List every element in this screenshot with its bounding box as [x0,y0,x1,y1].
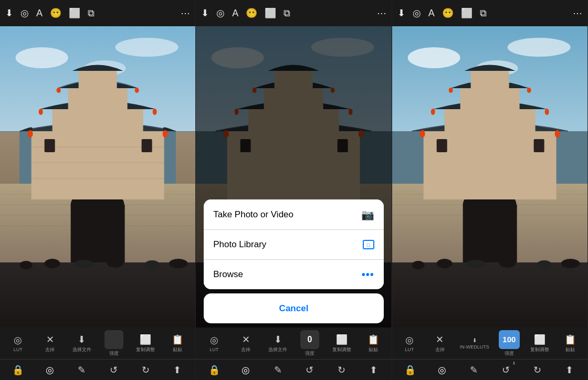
select-file-label-2: 选择文件 [268,346,287,353]
mask-icon-1[interactable]: 😶 [50,7,61,19]
more-icon-2[interactable]: ⋯ [377,7,386,19]
circle-icon-3[interactable]: ◎ [413,7,421,19]
bottom-toolbar-1: ◎ LUT ✕ 去掉 ⬇ 选择文件 强度 ⬜ 复制调整 📋 贴贴 [0,328,195,380]
take-photo-item[interactable]: Take Photo or Video 📷 [204,199,384,229]
browse-item[interactable]: Browse ••• [204,259,384,289]
download-icon-2[interactable]: ⬇ [201,7,209,19]
strength-box-1 [104,330,123,349]
phone-panel-3: ⬇ ◎ A 😶 ⬜ ⧉ ⋯ [392,0,588,380]
strength-btn-3[interactable]: 100 强度 [499,330,520,357]
undo-icon-1[interactable]: ↺ [106,362,122,378]
crop-icon-2[interactable]: ⬜ [265,7,276,19]
share-icon-1[interactable]: ⬆ [169,362,186,378]
camera-icon: 📷 [361,208,374,221]
lut-btn-1[interactable]: ◎ LUT [7,334,28,352]
text-icon-1[interactable]: A [36,8,43,19]
svg-rect-15 [45,139,55,152]
lut-label-2: LUT [209,347,218,352]
cancel-text: Cancel [279,303,309,314]
copy-adj-btn-2[interactable]: ⬜ 复制调整 [331,334,352,353]
svg-point-32 [169,259,188,268]
text-icon-2[interactable]: A [232,8,238,19]
remove-btn-3[interactable]: ✕ 去掉 [429,334,450,353]
undo-icon-3[interactable]: ↺1 [497,362,514,378]
text-icon-3[interactable]: A [428,8,435,19]
svg-point-2 [116,38,178,57]
more-icon-1[interactable]: ⋯ [181,7,190,19]
mask-icon-2[interactable]: 😶 [246,7,257,19]
lock-icon-3[interactable]: 🔒 [402,362,418,378]
browse-dots-icon: ••• [362,269,374,281]
svg-point-31 [145,260,160,269]
select-file-icon-1: ⬇ [78,334,86,345]
svg-point-78 [499,258,516,268]
svg-point-22 [39,109,43,115]
select-file-btn-2[interactable]: ⬇ 选择文件 [267,334,288,353]
take-photo-text: Take Photo or Video [213,209,293,220]
copy-adj-btn-3[interactable]: ⬜ 复制调整 [529,334,550,353]
mask-icon-3[interactable]: 😶 [442,7,454,19]
top-toolbar-3: ⬇ ◎ A 😶 ⬜ ⧉ ⋯ [392,0,587,26]
lut-btn-2[interactable]: ◎ LUT [204,334,225,352]
crop-icon-3[interactable]: ⬜ [461,7,472,19]
action-sheet-overlay: Take Photo or Video 📷 Photo Library □ Br… [196,26,391,328]
gate-svg-1 [0,26,195,328]
strength-label-3: 强度 [505,350,514,357]
more-icon-3[interactable]: ⋯ [573,7,582,19]
paste-label-1: 贴贴 [173,346,182,353]
strength-btn-2[interactable]: 0 强度 [299,330,320,357]
svg-point-29 [75,260,93,268]
paste-btn-1[interactable]: 📋 贴贴 [167,334,188,353]
edit-icon-2[interactable]: ✎ [269,362,286,378]
svg-rect-74 [392,262,587,328]
remove-label-1: 去掉 [45,346,55,353]
layers-icon-2[interactable]: ⧉ [284,8,290,19]
lock-icon-1[interactable]: 🔒 [9,362,26,378]
svg-point-68 [419,130,425,138]
svg-point-75 [412,261,424,269]
select-file-btn-3[interactable]: ⬇ IN-WEDLUTS [460,337,489,350]
download-icon-1[interactable]: ⬇ [5,7,13,19]
toolbar-icons-left-3: ⬇ ◎ A 😶 ⬜ ⧉ [397,7,487,19]
edit-icon-3[interactable]: ✎ [465,362,482,378]
remove-btn-1[interactable]: ✕ 去掉 [39,334,60,353]
circle-icon-2[interactable]: ◎ [216,7,225,19]
svg-rect-26 [0,262,195,328]
select-file-btn-1[interactable]: ⬇ 选择文件 [71,334,92,353]
svg-rect-64 [533,139,544,152]
circle-bottom-icon-1[interactable]: ◎ [41,362,58,378]
copy-adj-label-1: 复制调整 [136,346,155,353]
svg-point-79 [537,260,551,269]
svg-point-54 [507,38,570,57]
remove-btn-2[interactable]: ✕ 去掉 [235,334,256,353]
layers-icon-1[interactable]: ⧉ [88,8,94,19]
circle-bottom-icon-2[interactable]: ◎ [237,362,254,378]
share-icon-2[interactable]: ⬆ [365,362,382,378]
cancel-button[interactable]: Cancel [204,293,384,323]
redo-icon-2[interactable]: ↻ [333,362,350,378]
action-sheet: Take Photo or Video 📷 Photo Library □ Br… [204,199,384,289]
share-icon-3[interactable]: ⬆ [561,362,578,378]
edit-icon-1[interactable]: ✎ [74,362,90,378]
redo-icon-1[interactable]: ↻ [137,362,154,378]
browse-text: Browse [213,269,243,280]
photo-library-item[interactable]: Photo Library □ [204,229,384,259]
layers-icon-3[interactable]: ⧉ [480,8,487,19]
download-icon-3[interactable]: ⬇ [397,7,405,19]
lut-btn-3[interactable]: ◎ LUT [399,334,420,352]
copy-adj-btn-1[interactable]: ⬜ 复制调整 [135,334,156,353]
lut-icon-1: ◎ [14,334,22,346]
circle-icon-1[interactable]: ◎ [20,7,29,19]
circle-bottom-icon-3[interactable]: ◎ [434,362,450,378]
photo-library-text: Photo Library [213,239,266,250]
copy-adj-icon-2: ⬜ [336,334,348,345]
lock-icon-2[interactable]: 🔒 [206,362,223,378]
redo-icon-3[interactable]: ↻ [529,362,546,378]
crop-icon-1[interactable]: ⬜ [69,7,80,19]
paste-btn-3[interactable]: 📋 贴贴 [560,334,581,353]
svg-point-1 [16,47,68,68]
paste-btn-2[interactable]: 📋 贴贴 [363,334,384,353]
undo-icon-2[interactable]: ↺ [301,362,318,378]
lut-label-3: LUT [405,347,414,352]
strength-btn-1[interactable]: 强度 [103,330,124,357]
